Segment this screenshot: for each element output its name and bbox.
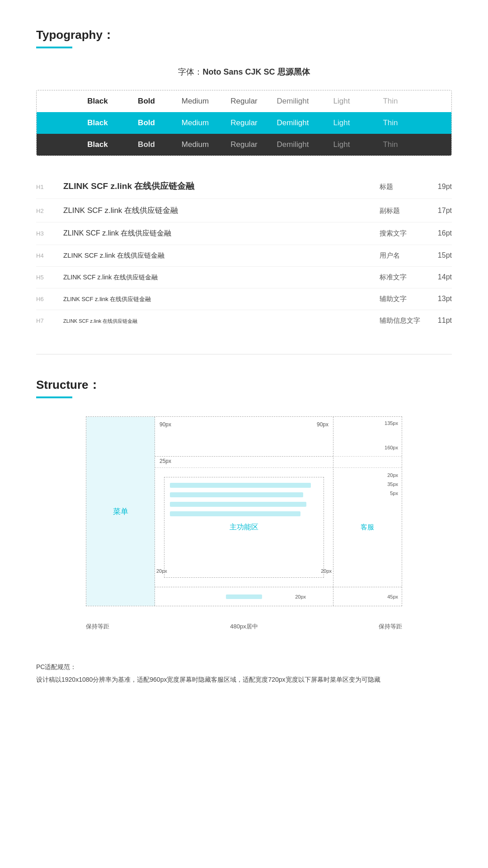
- h1-size: 19pt: [425, 183, 452, 191]
- h3-size: 16pt: [425, 229, 452, 237]
- weight-black-header: Black: [80, 97, 116, 106]
- content-bar-2: [170, 492, 303, 497]
- h5-label: H5: [36, 274, 63, 281]
- content-bar-3: [170, 502, 306, 507]
- sub-header-bar: 25px: [155, 457, 333, 468]
- notes-text: 设计稿以1920x1080分辨率为基准，适配960px宽度屏幕时隐藏客服区域，适…: [36, 673, 452, 686]
- right-top-section: 135px: [333, 417, 402, 457]
- main-func-label: 主功能区: [230, 523, 258, 532]
- heading-row-h7: H7 ZLINK SCF z.link 在线供应链金融 辅助信息文字 11pt: [36, 310, 452, 331]
- heading-row-h6: H6 ZLINK SCF z.link 在线供应链金融 辅助文字 13pt: [36, 288, 452, 310]
- ann-90-right: 90px: [317, 421, 328, 428]
- page-content: Typography： 字体：Noto Sans CJK SC 思源黑体 Bla…: [0, 0, 488, 713]
- header-bar: 90px 90px: [155, 417, 333, 457]
- right-bottom-section: 45px: [333, 587, 402, 606]
- ann-135: 135px: [385, 420, 398, 426]
- footer-left-label: 保持等距: [86, 623, 109, 631]
- weight-demilight-cyan: Demilight: [275, 118, 311, 127]
- service-label: 客服: [361, 523, 374, 532]
- pagination-indicator: [226, 594, 262, 599]
- ann-20-right: 20px: [321, 568, 332, 574]
- structure-underline: [36, 396, 72, 398]
- ann-45: 45px: [387, 594, 398, 599]
- h5-desc: 标准文字: [380, 273, 425, 282]
- font-row-cyan: Black Bold Medium Regular Demilight Ligh…: [37, 112, 451, 134]
- h5-size: 14pt: [425, 273, 452, 281]
- h1-sample: ZLINK SCF z.link 在线供应链金融: [63, 180, 380, 192]
- h1-desc: 标题: [380, 183, 425, 191]
- main-inner-box: 主功能区 20px 20px: [164, 477, 324, 578]
- h4-sample: ZLINK SCF z.link 在线供应链金融: [63, 251, 380, 260]
- weight-bold-cyan: Bold: [128, 118, 164, 127]
- ann-20-left: 20px: [156, 568, 167, 574]
- weight-black-cyan: Black: [80, 118, 116, 127]
- weight-regular-dark: Regular: [226, 140, 262, 149]
- heading-row-h5: H5 ZLINK SCF z.link 在线供应链金融 标准文字 14pt: [36, 267, 452, 288]
- pagination-bar: 20px: [155, 587, 333, 606]
- font-weight-table: Black Bold Medium Regular Demilight Ligh…: [36, 90, 452, 156]
- h2-size: 17pt: [425, 207, 452, 215]
- h7-size: 11pt: [425, 316, 452, 325]
- h2-desc: 副标题: [380, 207, 425, 215]
- footer-labels: 保持等距 480px居中 保持等距: [86, 620, 402, 633]
- h6-sample: ZLINK SCF z.link 在线供应链金融: [63, 295, 380, 303]
- heading-row-h1: H1 ZLINK SCF z.link 在线供应链金融 标题 19pt: [36, 174, 452, 199]
- heading-row-h2: H2 ZLINK SCF z.link 在线供应链金融 副标题 17pt: [36, 199, 452, 222]
- h3-sample: ZLINK SCF z.link 在线供应链金融: [63, 229, 380, 238]
- h4-desc: 用户名: [380, 251, 425, 260]
- h2-label: H2: [36, 208, 63, 214]
- weight-regular-header: Regular: [226, 97, 262, 106]
- weight-light-cyan: Light: [324, 118, 360, 127]
- pc-notes: PC适配规范： 设计稿以1920x1080分辨率为基准，适配960px宽度屏幕时…: [36, 660, 452, 686]
- weight-demilight-header: Demilight: [275, 97, 311, 106]
- weight-bold-header: Bold: [128, 97, 164, 106]
- weight-medium-cyan: Medium: [177, 118, 213, 127]
- font-label: 字体：Noto Sans CJK SC 思源黑体: [36, 66, 452, 77]
- h7-sample: ZLINK SCF z.link 在线供应链金融: [63, 318, 380, 325]
- content-bar-1: [170, 483, 311, 488]
- typography-section: Typography： 字体：Noto Sans CJK SC 思源黑体 Bla…: [36, 27, 452, 331]
- weight-medium-header: Medium: [177, 97, 213, 106]
- structure-diagram: 菜单 135px 20px 35px 5px: [86, 416, 402, 606]
- font-row-header: Black Bold Medium Regular Demilight Ligh…: [37, 90, 451, 112]
- weight-demilight-dark: Demilight: [275, 140, 311, 149]
- heading-row-h3: H3 ZLINK SCF z.link 在线供应链金融 搜索文字 16pt: [36, 222, 452, 245]
- weight-thin-cyan: Thin: [372, 118, 408, 127]
- h3-desc: 搜索文字: [380, 229, 425, 238]
- heading-samples: H1 ZLINK SCF z.link 在线供应链金融 标题 19pt H2 Z…: [36, 174, 452, 331]
- h5-sample: ZLINK SCF z.link 在线供应链金融: [63, 274, 380, 282]
- h4-size: 15pt: [425, 251, 452, 259]
- right-service-area: 客服: [333, 468, 402, 587]
- h1-label: H1: [36, 184, 63, 190]
- weight-light-header: Light: [324, 97, 360, 106]
- h6-desc: 辅助文字: [380, 295, 425, 303]
- content-rows: [170, 483, 318, 516]
- section-divider: [36, 354, 452, 354]
- footer-center-label: 480px居中: [230, 623, 258, 631]
- ann-20-pagination: 20px: [295, 594, 306, 599]
- footer-right-label: 保持等距: [379, 623, 402, 631]
- weight-regular-cyan: Regular: [226, 118, 262, 127]
- ann-90-left: 90px: [160, 421, 171, 428]
- structure-title: Structure：: [36, 377, 452, 393]
- h3-label: H3: [36, 230, 63, 237]
- structure-section: Structure： 菜单 135px 20px: [36, 377, 452, 686]
- h6-size: 13pt: [425, 295, 452, 303]
- ann-25: 25px: [160, 458, 171, 464]
- content-bar-4: [170, 511, 300, 516]
- h4-label: H4: [36, 252, 63, 259]
- h7-desc: 辅助信息文字: [380, 316, 425, 325]
- ann-160: 160px: [385, 445, 398, 450]
- notes-label: PC适配规范：: [36, 660, 452, 673]
- h2-sample: ZLINK SCF z.link 在线供应链金融: [63, 205, 380, 216]
- heading-row-h4: H4 ZLINK SCF z.link 在线供应链金融 用户名 15pt: [36, 245, 452, 267]
- weight-bold-dark: Bold: [128, 140, 164, 149]
- right-sub: [333, 457, 402, 468]
- menu-label: 菜单: [113, 506, 128, 517]
- weight-thin-dark: Thin: [372, 140, 408, 149]
- typography-title: Typography：: [36, 27, 452, 43]
- h6-label: H6: [36, 296, 63, 302]
- weight-black-dark: Black: [80, 140, 116, 149]
- h7-label: H7: [36, 317, 63, 324]
- weight-medium-dark: Medium: [177, 140, 213, 149]
